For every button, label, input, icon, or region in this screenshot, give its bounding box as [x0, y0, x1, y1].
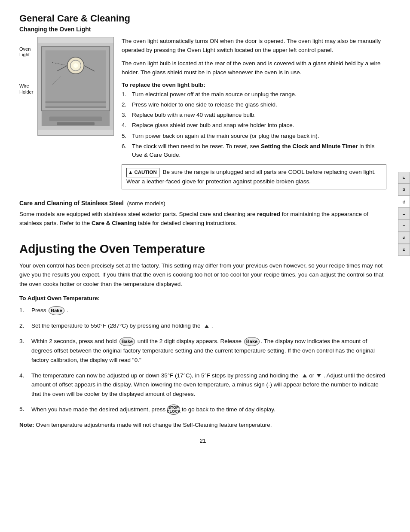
section2-title: Adjusting the Oven Temperature: [19, 242, 386, 256]
side-tab-s[interactable]: S: [398, 232, 410, 244]
section-divider: [19, 236, 386, 236]
bake-button-label3: Bake: [244, 337, 260, 347]
stainless-section: Care and Cleaning of Stainless Steel (so…: [19, 200, 386, 228]
side-tab-n[interactable]: N: [398, 184, 410, 196]
svg-rect-11: [49, 116, 102, 121]
section2-intro: Your oven control has been precisely set…: [19, 261, 386, 289]
wire-holder-label: WireHolder: [19, 83, 36, 94]
bake-button-label: Bake: [49, 306, 64, 316]
side-tab-g[interactable]: G: [398, 196, 410, 208]
adj-steps: 1. Press Bake . 2. Set the temperature t…: [19, 306, 386, 415]
arrow-down-icon: [317, 374, 321, 377]
steps-list: 1.Turn electrical power off at the main …: [122, 90, 386, 160]
caution-box: ▲CAUTION Be sure the range is unplugged …: [122, 164, 386, 189]
page-number: 21: [19, 438, 386, 444]
para1: The oven light automatically turns ON wh…: [122, 37, 386, 55]
side-tabs: E N G L I S H: [398, 172, 410, 256]
right-text: The oven light automatically turns ON wh…: [122, 37, 386, 195]
adj-step-1: 1. Press Bake .: [19, 306, 386, 316]
side-tab-l[interactable]: L: [398, 208, 410, 220]
caution-badge: ▲CAUTION: [126, 168, 159, 177]
diagram-image: [37, 37, 114, 136]
step-2: 2.Press wire holder to one side to relea…: [122, 100, 386, 109]
caution-text: Be sure the range is unplugged and all p…: [126, 169, 376, 184]
step-6: 6.The clock will then need to be reset. …: [122, 142, 386, 160]
arrow-up-icon: [205, 325, 209, 328]
svg-rect-8: [46, 101, 106, 103]
step-5: 5.Turn power back on again at the main s…: [122, 132, 386, 140]
side-tab-e[interactable]: E: [398, 172, 410, 184]
adj-step-5: 5. When you have made the desired adjust…: [19, 404, 386, 415]
arrow-up-icon2: [303, 374, 307, 377]
bake-button-label2: Bake: [119, 337, 135, 347]
para2: The oven light bulb is located at the re…: [122, 59, 386, 77]
step-4: 4.Replace glass shield over bulb and sna…: [122, 121, 386, 130]
svg-point-5: [73, 63, 78, 68]
stop-button-label: STOPCLOCK: [167, 404, 180, 415]
adjust-header: To Adjust Oven Temperature:: [19, 295, 386, 301]
section2: Adjusting the Oven Temperature Your oven…: [19, 242, 386, 430]
svg-rect-12: [57, 122, 95, 125]
top-content: OvenLight WireHolder: [19, 37, 386, 195]
adj-step-3: 3. Within 2 seconds, press and hold Bake…: [19, 337, 386, 365]
side-tab-h[interactable]: H: [398, 244, 410, 256]
stainless-para: Some models are equipped with stainless …: [19, 210, 386, 228]
page: General Care & Cleaning Changing the Ove…: [0, 0, 410, 532]
side-tab-i[interactable]: I: [398, 220, 410, 232]
section1-title: General Care & Cleaning: [19, 13, 386, 24]
step-1: 1.Turn electrical power off at the main …: [122, 90, 386, 99]
adj-step-2: 2. Set the temperature to 550°F (287°C) …: [19, 321, 386, 331]
section1-subtitle: Changing the Oven Light: [19, 26, 386, 33]
svg-rect-9: [46, 106, 106, 108]
section1: General Care & Cleaning Changing the Ove…: [19, 13, 386, 228]
oven-light-label: OvenLight: [19, 46, 36, 58]
adj-step-4: 4. The temperature can now be adjusted u…: [19, 371, 386, 399]
replace-header: To replace the oven light bulb:: [122, 82, 386, 88]
note-para: Note: Oven temperature adjustments made …: [19, 421, 386, 429]
step-3: 3.Replace bulb with a new 40 watt applia…: [122, 111, 386, 119]
oven-diagram: OvenLight WireHolder: [19, 37, 114, 195]
stainless-heading: Care and Cleaning of Stainless Steel (so…: [19, 200, 386, 207]
